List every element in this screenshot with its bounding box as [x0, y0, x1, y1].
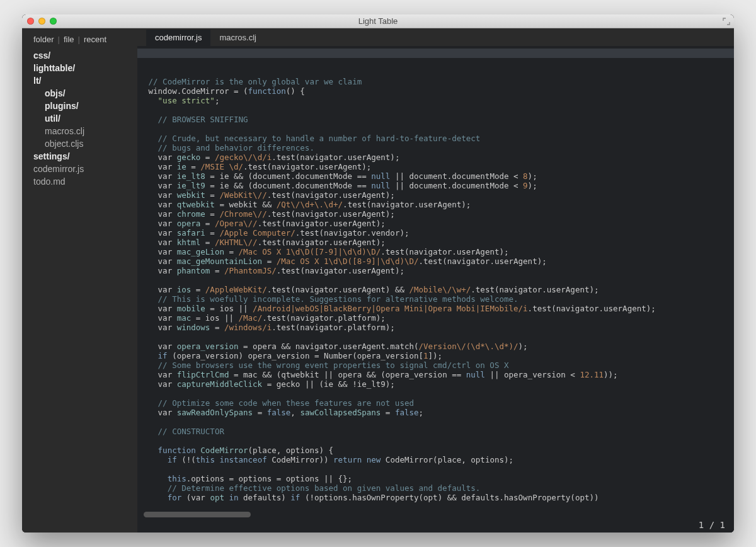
code-line[interactable]: // Optimize some code when these feature… [144, 398, 734, 408]
nav-recent[interactable]: recent [84, 35, 106, 44]
code-line[interactable] [144, 275, 734, 285]
tree-item[interactable]: lt/ [33, 74, 137, 87]
code-line[interactable]: // Determine effective options based on … [144, 483, 734, 493]
tree-item[interactable]: plugins/ [33, 100, 137, 112]
code-area[interactable]: // CodeMirror is the only global var we … [137, 46, 734, 533]
code-line[interactable]: var opera_version = opera && navigator.u… [144, 342, 734, 351]
code-line[interactable]: var safari = /Apple Computer/.test(navig… [144, 228, 734, 238]
code-line[interactable]: if (!(this instanceof CodeMirror)) retur… [144, 455, 734, 464]
code-line[interactable]: "use strict"; [144, 96, 734, 105]
code-line[interactable]: // CONSTRUCTOR [144, 427, 734, 436]
code-line[interactable]: // Some browsers use the wrong event pro… [144, 360, 734, 370]
tab[interactable]: codemirror.js [146, 30, 210, 46]
titlebar[interactable]: Light Table [22, 14, 734, 28]
tree-item[interactable]: codemirror.js [33, 163, 137, 175]
window-title: Light Table [22, 16, 734, 26]
code-content: // CodeMirror is the only global var we … [144, 77, 734, 502]
nav-file[interactable]: file [64, 35, 74, 44]
code-line[interactable] [144, 105, 734, 115]
code-line[interactable]: var ios = /AppleWebKit/.test(navigator.u… [144, 285, 734, 294]
code-line[interactable]: var flipCtrlCmd = mac && (qtwebkit || op… [144, 370, 734, 379]
tree-item[interactable]: object.cljs [33, 137, 137, 150]
code-line[interactable] [144, 124, 734, 134]
code-line[interactable] [144, 389, 734, 398]
code-line[interactable]: // BROWSER SNIFFING [144, 115, 734, 124]
code-line[interactable] [144, 332, 734, 342]
code-line[interactable]: var khtml = /KHTML\//.test(navigator.use… [144, 238, 734, 247]
tree-item[interactable]: settings/ [33, 150, 137, 163]
code-line[interactable]: var mac = ios || /Mac/.test(navigator.pl… [144, 313, 734, 323]
code-line[interactable]: var mac_geMountainLion = /Mac OS X 1\d\D… [144, 256, 734, 266]
code-line[interactable]: function CodeMirror(place, options) { [144, 446, 734, 455]
code-line[interactable]: window.CodeMirror = (function() { [144, 86, 734, 96]
editor: codemirror.jsmacros.clj // CodeMirror is… [137, 28, 734, 533]
code-line[interactable]: var mac_geLion = /Mac OS X 1\d\D([7-9]|\… [144, 247, 734, 256]
tree-item[interactable]: css/ [33, 49, 137, 62]
app-window: Light Table folder|file|recent css/light… [22, 14, 734, 533]
code-line[interactable]: // bugs and behavior differences. [144, 143, 734, 153]
code-line[interactable] [144, 417, 734, 427]
code-line[interactable]: var phantom = /PhantomJS/.test(navigator… [144, 266, 734, 275]
nav-menu: folder|file|recent [22, 35, 137, 49]
tree-item[interactable]: lighttable/ [33, 62, 137, 74]
code-line[interactable]: var ie_lt8 = ie && (document.documentMod… [144, 171, 734, 181]
sidebar: folder|file|recent css/lighttable/lt/obj… [22, 28, 137, 533]
tab[interactable]: macros.clj [210, 30, 265, 46]
code-line[interactable]: var gecko = /gecko\/\d/i.test(navigator.… [144, 153, 734, 162]
code-line[interactable]: var windows = /windows/i.test(navigator.… [144, 323, 734, 332]
tree-item[interactable]: util/ [33, 112, 137, 125]
status-position: 1 / 1 [699, 520, 725, 530]
fullscreen-icon[interactable] [723, 18, 730, 25]
code-line[interactable]: var qtwebkit = webkit && /Qt\/\d+\.\d+/.… [144, 200, 734, 209]
code-line[interactable]: for (var opt in defaults) if (!options.h… [144, 493, 734, 502]
code-line[interactable]: // This is woefully incomplete. Suggesti… [144, 294, 734, 304]
code-line[interactable] [144, 436, 734, 446]
code-line[interactable]: if (opera_version) opera_version = Numbe… [144, 351, 734, 360]
code-line[interactable]: // Crude, but necessary to handle a numb… [144, 134, 734, 143]
horizontal-scrollbar[interactable] [144, 512, 251, 517]
tab-bar: codemirror.jsmacros.clj [137, 28, 734, 46]
code-line[interactable]: var opera = /Opera\//.test(navigator.use… [144, 219, 734, 228]
code-line[interactable]: var webkit = /WebKit\//.test(navigator.u… [144, 190, 734, 200]
code-line[interactable] [144, 464, 734, 474]
tree-item[interactable]: objs/ [33, 87, 137, 100]
code-line[interactable]: // CodeMirror is the only global var we … [144, 77, 734, 86]
code-line[interactable]: var captureMiddleClick = gecko || (ie &&… [144, 379, 734, 389]
tree-item[interactable]: todo.md [33, 175, 137, 188]
code-line[interactable]: var ie_lt9 = ie && (document.documentMod… [144, 181, 734, 190]
code-line[interactable]: var mobile = ios || /Android|webOS|Black… [144, 304, 734, 313]
code-line[interactable]: this.options = options = options || {}; [144, 474, 734, 483]
file-tree: css/lighttable/lt/objs/plugins/util/macr… [22, 49, 137, 188]
code-line[interactable]: var sawReadOnlySpans = false, sawCollaps… [144, 408, 734, 417]
tree-item[interactable]: macros.clj [33, 125, 137, 137]
nav-folder[interactable]: folder [33, 35, 54, 44]
current-line-highlight [137, 49, 734, 58]
app-body: folder|file|recent css/lighttable/lt/obj… [22, 28, 734, 533]
code-line[interactable]: var chrome = /Chrome\//.test(navigator.u… [144, 209, 734, 219]
code-line[interactable]: var ie = /MSIE \d/.test(navigator.userAg… [144, 162, 734, 171]
